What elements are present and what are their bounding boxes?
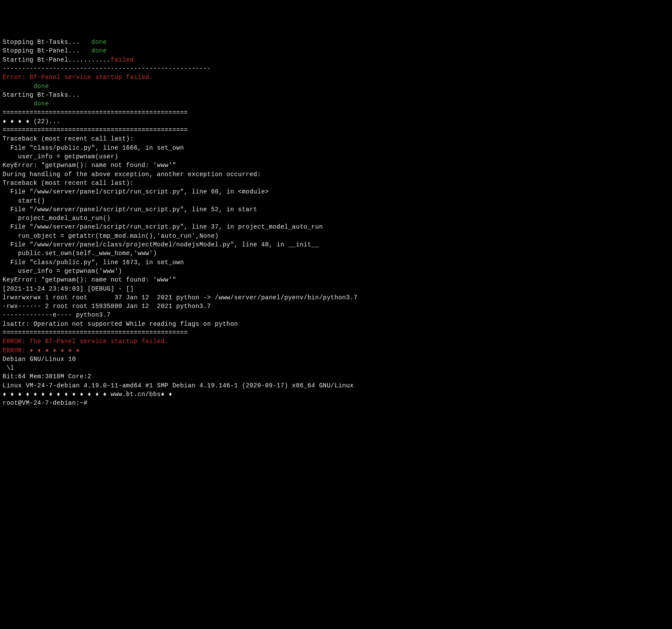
terminal-line: -rwx------ 2 root root 15935800 Jan 12 2… — [3, 302, 669, 311]
terminal-line: ========================================… — [3, 328, 669, 337]
terminal-line: lsattr: Operation not supported While re… — [3, 320, 669, 328]
terminal-text: done — [3, 83, 49, 90]
terminal-line: done — [3, 99, 669, 108]
terminal-text: root@VM-24-7-debian:~# — [3, 400, 88, 406]
terminal-line: root@VM-24-7-debian:~# — [3, 399, 669, 407]
terminal-text: ♦ ♦ ♦ ♦ ♦ ♦ ♦ ♦ ♦ ♦ ♦ ♦ ♦ ♦ www.bt.cn/bb… — [3, 391, 173, 398]
terminal-line: Error: BT-Panel service startup failed. — [3, 73, 669, 82]
terminal-line: lrwxrwxrwx 1 root root 37 Jan 12 2021 py… — [3, 293, 669, 302]
terminal-line: ♦ ♦ ♦ ♦ ♦ ♦ ♦ ♦ ♦ ♦ ♦ ♦ ♦ ♦ www.bt.cn/bb… — [3, 390, 669, 399]
terminal-line: user_info = getpwnam('www') — [3, 267, 669, 275]
terminal-text: done — [91, 39, 107, 46]
terminal-text: ERROR: ♦ ♦ ♦ ♦ ♦ ♦ ♦ — [3, 347, 80, 354]
terminal-line: KeyError: "getpwnam(): name not found: '… — [3, 275, 669, 284]
terminal-text: File "class/public.py", line 1666, in se… — [3, 144, 184, 151]
terminal-line: ERROR: ♦ ♦ ♦ ♦ ♦ ♦ ♦ — [3, 346, 669, 355]
terminal-line: ----------------------------------------… — [3, 64, 669, 73]
terminal-text: -------------e---- python3.7 — [3, 311, 111, 318]
terminal-line: user_info = getpwnam(user) — [3, 152, 669, 161]
terminal-text: ----------------------------------------… — [3, 65, 211, 72]
terminal-line: Bit:64 Mem:3818M Core:2 — [3, 372, 669, 381]
terminal-line: During handling of the above exception, … — [3, 170, 669, 179]
terminal-text: Stopping Bt-Tasks... — [3, 39, 91, 46]
terminal-text: Error: BT-Panel service startup failed. — [3, 74, 153, 81]
terminal-line: Stopping Bt-Tasks... done — [3, 38, 669, 46]
terminal-text: ERROR: The BT-Panel service startup fail… — [3, 338, 169, 345]
terminal-line: -------------e---- python3.7 — [3, 311, 669, 319]
terminal-line: Starting Bt-Tasks... — [3, 91, 669, 99]
terminal-text: start() — [3, 197, 45, 204]
terminal-output[interactable]: Stopping Bt-Tasks... doneStopping Bt-Pan… — [3, 38, 669, 407]
terminal-line: KeyError: "getpwnam(): name not found: '… — [3, 161, 669, 170]
terminal-text: public.set_own(self._www_home,'www') — [3, 250, 157, 257]
terminal-text: File "/www/server/panel/class/projectMod… — [3, 241, 319, 248]
terminal-line: File "/www/server/panel/class/projectMod… — [3, 240, 669, 249]
terminal-text: project_model_auto_run() — [3, 215, 111, 222]
terminal-line: File "/www/server/panel/script/run_scrip… — [3, 205, 669, 214]
terminal-text: user_info = getpwnam('www') — [3, 268, 122, 275]
terminal-text: -rwx------ 2 root root 15935800 Jan 12 2… — [3, 303, 211, 310]
terminal-line: Traceback (most recent call last): — [3, 179, 669, 187]
terminal-text: failed — [111, 56, 134, 63]
terminal-text: ========================================… — [3, 127, 188, 134]
terminal-line: ========================================… — [3, 126, 669, 134]
terminal-line: Traceback (most recent call last): — [3, 134, 669, 143]
terminal-text: During handling of the above exception, … — [3, 171, 261, 178]
terminal-text: Stopping Bt-Panel... — [3, 47, 91, 54]
terminal-line: Starting Bt-Panel...........failed — [3, 56, 669, 64]
terminal-text: ========================================… — [3, 329, 188, 336]
terminal-text: ========================================… — [3, 109, 188, 116]
terminal-text: \l — [3, 364, 14, 371]
terminal-text: lrwxrwxrwx 1 root root 37 Jan 12 2021 py… — [3, 294, 358, 301]
terminal-text: File "/www/server/panel/script/run_scrip… — [3, 206, 258, 213]
terminal-text: Starting Bt-Panel........... — [3, 56, 111, 63]
terminal-line: public.set_own(self._www_home,'www') — [3, 249, 669, 258]
terminal-text: File "/www/server/panel/script/run_scrip… — [3, 188, 269, 195]
terminal-line: Linux VM-24-7-debian 4.19.0-11-amd64 #1 … — [3, 381, 669, 390]
terminal-line: ♦ ♦ ♦ ♦ (22)... — [3, 117, 669, 126]
terminal-text: run_object = getattr(tmp_mod.main(),'aut… — [3, 233, 219, 239]
terminal-line: File "class/public.py", line 1666, in se… — [3, 144, 669, 152]
terminal-line: [2021-11-24 23:49:03] [DEBUG] - [] — [3, 285, 669, 293]
terminal-text: KeyError: "getpwnam(): name not found: '… — [3, 276, 176, 283]
terminal-line: done — [3, 82, 669, 91]
terminal-text: Traceback (most recent call last): — [3, 180, 134, 187]
terminal-line: start() — [3, 197, 669, 205]
terminal-text: [2021-11-24 23:49:03] [DEBUG] - [] — [3, 285, 134, 292]
terminal-line: File "/www/server/panel/script/run_scrip… — [3, 187, 669, 196]
terminal-line: project_model_auto_run() — [3, 214, 669, 223]
terminal-line: ========================================… — [3, 108, 669, 117]
terminal-line: File "class/public.py", line 1673, in se… — [3, 258, 669, 267]
terminal-text: Linux VM-24-7-debian 4.19.0-11-amd64 #1 … — [3, 382, 354, 389]
terminal-text: done — [3, 100, 49, 107]
terminal-text: Starting Bt-Tasks... — [3, 92, 80, 98]
terminal-text: lsattr: Operation not supported While re… — [3, 321, 238, 328]
terminal-text: KeyError: "getpwnam(): name not found: '… — [3, 162, 176, 169]
terminal-text: Debian GNU/Linux 10 — [3, 356, 76, 363]
terminal-text: user_info = getpwnam(user) — [3, 153, 118, 160]
terminal-text: File "/www/server/panel/script/run_scrip… — [3, 223, 323, 230]
terminal-text: Bit:64 Mem:3818M Core:2 — [3, 373, 91, 380]
terminal-line: Debian GNU/Linux 10 — [3, 355, 669, 364]
terminal-line: run_object = getattr(tmp_mod.main(),'aut… — [3, 232, 669, 240]
terminal-line: Stopping Bt-Panel... done — [3, 46, 669, 55]
terminal-text: Traceback (most recent call last): — [3, 135, 134, 142]
terminal-text: ♦ ♦ ♦ ♦ (22)... — [3, 118, 61, 125]
terminal-line: ERROR: The BT-Panel service startup fail… — [3, 337, 669, 346]
terminal-line: File "/www/server/panel/script/run_scrip… — [3, 223, 669, 231]
terminal-text: File "class/public.py", line 1673, in se… — [3, 259, 184, 266]
terminal-line: \l — [3, 364, 669, 372]
terminal-text: done — [91, 47, 107, 54]
